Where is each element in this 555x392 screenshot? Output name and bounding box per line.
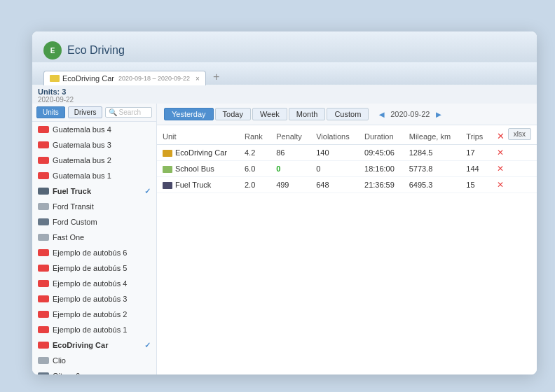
sidebar-item-label: Fuel Truck <box>53 187 141 195</box>
cell-trips: 144 <box>460 161 491 177</box>
sidebar-item[interactable]: Guatemala bus 2 <box>32 153 156 168</box>
sidebar-item-label: Guatemala bus 1 <box>53 172 151 180</box>
cell-duration: 21:36:59 <box>359 177 404 193</box>
sidebar-item-label: Ford Custom <box>53 218 151 226</box>
tab-bar: EcoDriving Car 2020-09-18 – 2020-09-22 ×… <box>32 62 537 85</box>
cell-delete[interactable]: ✕ <box>491 161 512 177</box>
cell-violations: 0 <box>310 161 359 177</box>
vehicle-icon <box>38 326 49 333</box>
toolbar: YesterdayTodayWeekMonthCustom ◄ 2020-09-… <box>157 104 537 125</box>
vehicle-icon <box>38 295 49 302</box>
cell-unit: Fuel Truck <box>157 177 239 193</box>
delete-row-icon[interactable]: ✕ <box>497 148 504 158</box>
vehicle-icon <box>38 141 49 148</box>
period-btn-week[interactable]: Week <box>252 108 287 120</box>
cell-delete[interactable]: ✕ <box>491 145 512 161</box>
cell-violations: 648 <box>310 177 359 193</box>
main-panel: YesterdayTodayWeekMonthCustom ◄ 2020-09-… <box>157 104 537 374</box>
next-date-button[interactable]: ► <box>432 109 444 120</box>
units-header: Units: 3 2020-09-22 <box>32 85 537 104</box>
tab-label: EcoDriving Car <box>62 74 114 83</box>
table-header: UnitRankPenaltyViolationsDurationMileage… <box>157 128 537 145</box>
col-header-rank: Rank <box>239 128 270 145</box>
period-btn-today[interactable]: Today <box>215 108 251 120</box>
sidebar-item[interactable]: Cítaro 6 <box>32 368 156 374</box>
cell-penalty: 0 <box>270 161 310 177</box>
prev-date-button[interactable]: ◄ <box>376 109 388 120</box>
col-header-penalty: Penalty <box>270 128 310 145</box>
sidebar-item[interactable]: Guatemala bus 4 <box>32 122 156 137</box>
sidebar-item-label: Ford Transit <box>53 202 151 211</box>
vehicle-icon <box>38 311 49 318</box>
sidebar-controls: Units Drivers 🔍 Search <box>32 104 156 122</box>
tab-close-button[interactable]: × <box>196 75 200 83</box>
cell-mileage: 6495.3 <box>404 177 461 193</box>
cell-mileage: 5773.8 <box>404 161 461 177</box>
period-btn-yesterday[interactable]: Yesterday <box>164 108 214 120</box>
content-area: Units Drivers 🔍 Search Guatemala bus 4Gu… <box>32 104 537 374</box>
vehicle-icon <box>38 372 49 374</box>
cell-delete[interactable]: ✕ <box>491 177 512 193</box>
cell-duration: 18:16:00 <box>359 161 404 177</box>
cell-penalty: 499 <box>270 177 310 193</box>
sidebar-item[interactable]: Fast One <box>32 230 156 245</box>
cell-mileage: 1284.5 <box>404 145 461 161</box>
sidebar-item[interactable]: Ejemplo de autobús 5 <box>32 260 156 276</box>
cell-xlsx-space <box>512 177 537 193</box>
sidebar-item[interactable]: EcoDriving Car✓ <box>32 337 156 353</box>
sidebar-item[interactable]: Ejemplo de autobús 3 <box>32 291 156 307</box>
sidebar-item-label: Cítaro 6 <box>53 372 151 374</box>
period-btn-month[interactable]: Month <box>289 108 326 120</box>
table-body: EcoDriving Car4.28614009:45:061284.517✕S… <box>157 145 537 193</box>
sidebar: Units Drivers 🔍 Search Guatemala bus 4Gu… <box>32 104 157 374</box>
date-nav: ◄ 2020-09-22 ► <box>376 109 444 120</box>
units-date-label: 2020-09-22 <box>38 96 531 104</box>
tab-add-button[interactable]: + <box>209 69 224 85</box>
data-table-wrap: xlsx UnitRankPenaltyViolationsDurationMi… <box>157 125 537 374</box>
vehicle-icon <box>38 188 49 195</box>
selected-check-icon: ✓ <box>144 187 151 196</box>
drivers-tab-button[interactable]: Drivers <box>68 106 103 118</box>
vehicle-icon <box>38 280 49 287</box>
col-header-trips: Trips <box>460 128 491 145</box>
sidebar-item[interactable]: Ejemplo de autobús 4 <box>32 276 156 291</box>
sidebar-item[interactable]: Ejemplo de autobús 6 <box>32 245 156 260</box>
vehicle-icon <box>38 126 49 133</box>
units-tab-button[interactable]: Units <box>36 106 65 118</box>
sidebar-item[interactable]: Guatemala bus 3 <box>32 137 156 153</box>
delete-row-icon[interactable]: ✕ <box>497 180 504 190</box>
sidebar-item[interactable]: Fuel Truck✓ <box>32 183 156 199</box>
search-box[interactable]: 🔍 Search <box>105 107 152 118</box>
delete-all-icon[interactable]: ✕ <box>497 131 505 141</box>
sidebar-list: Guatemala bus 4Guatemala bus 3Guatemala … <box>32 122 156 374</box>
cell-violations: 140 <box>310 145 359 161</box>
search-placeholder: Search <box>118 108 141 116</box>
col-header-duration: Duration <box>359 128 404 145</box>
col-header-mileage--km: Mileage, km <box>404 128 461 145</box>
main-tab[interactable]: EcoDriving Car 2020-09-18 – 2020-09-22 × <box>43 71 206 85</box>
sidebar-item-label: Guatemala bus 4 <box>53 125 151 134</box>
col-header-unit: Unit <box>157 128 239 145</box>
vehicle-icon <box>38 157 49 164</box>
data-table: UnitRankPenaltyViolationsDurationMileage… <box>157 128 537 193</box>
xlsx-export-button[interactable]: xlsx <box>508 128 531 140</box>
sidebar-item-label: Clio <box>53 356 151 365</box>
sidebar-item[interactable]: Ejemplo de autobús 2 <box>32 307 156 322</box>
sidebar-item-label: Ejemplo de autobús 1 <box>53 326 151 334</box>
period-btn-custom[interactable]: Custom <box>327 108 369 120</box>
sidebar-item-label: Ejemplo de autobús 2 <box>53 310 151 318</box>
sidebar-item-label: Guatemala bus 3 <box>53 141 151 149</box>
sidebar-item-label: EcoDriving Car <box>53 341 141 349</box>
sidebar-item-label: Guatemala bus 2 <box>53 156 151 164</box>
delete-row-icon[interactable]: ✕ <box>497 164 504 174</box>
cell-penalty: 86 <box>270 145 310 161</box>
col-header-violations: Violations <box>310 128 359 145</box>
sidebar-item[interactable]: Ejemplo de autobús 1 <box>32 322 156 337</box>
vehicle-icon <box>38 218 49 225</box>
sidebar-item[interactable]: Ford Custom <box>32 214 156 230</box>
vehicle-icon <box>38 172 49 179</box>
sidebar-item[interactable]: Clio <box>32 353 156 368</box>
cell-unit: EcoDriving Car <box>157 145 239 161</box>
sidebar-item[interactable]: Ford Transit <box>32 199 156 214</box>
sidebar-item[interactable]: Guatemala bus 1 <box>32 168 156 183</box>
